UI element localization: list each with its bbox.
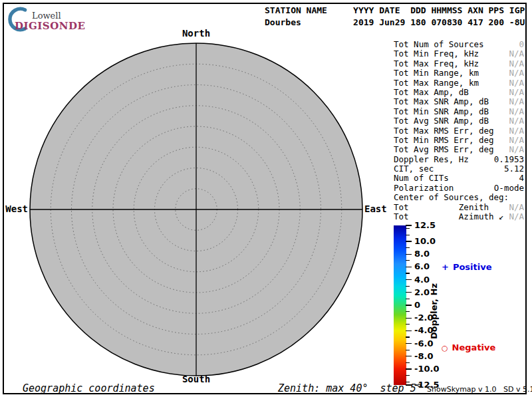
colorbar-tick — [406, 254, 412, 255]
legend-negative-label: Negative — [452, 342, 496, 352]
info-row: Tot Avg RMS Err, degN/A — [394, 144, 524, 154]
info-row: Doppler Res, Hz0.1953 — [394, 154, 524, 164]
info-row-value: N/A — [509, 202, 524, 211]
colorbar-tick — [406, 331, 412, 331]
info-row: Tot Max SNR Amp, dBN/A — [394, 96, 524, 106]
info-row-label: Tot Zenith — [394, 202, 489, 211]
compass-label-west: West — [0, 203, 28, 214]
colorbar-tick — [406, 247, 410, 248]
info-row-label: Num of CITs — [394, 173, 449, 182]
info-row: Tot Min Range, kmN/A — [394, 68, 524, 77]
info-row-value: N/A — [509, 126, 524, 135]
colorbar-tick — [406, 350, 410, 350]
info-row-value: N/A — [509, 49, 524, 58]
measurement-info-panel: Tot Num of Sources0Tot Min Freq, kHzN/AT… — [394, 39, 524, 221]
colorbar-tick-label: 0 — [414, 300, 420, 311]
colorbar-tick — [406, 286, 410, 287]
colorbar-tick — [406, 343, 412, 344]
colorbar-tick — [406, 225, 412, 225]
colorbar-tick-label: -10.0 — [414, 364, 439, 374]
info-row-label: Tot Min SNR Amp, dB — [394, 106, 489, 116]
compass-label-north: North — [163, 28, 229, 39]
info-row-label: Tot Azimuth ↙ — [394, 211, 504, 221]
colorbar-tick — [406, 241, 412, 241]
skymap-window: Lowell DIGISONDE STATION NAME YYYY DATE … — [0, 0, 532, 399]
colorbar-tick-label: 2.0 — [414, 287, 430, 298]
info-row-label: Center of Sources, deg: — [394, 192, 509, 201]
info-row-value: O-mode — [494, 183, 524, 192]
circle-marker-icon: ○ — [442, 344, 448, 352]
info-row: Tot Max Amp, dBN/A — [394, 87, 524, 96]
info-row-label: Tot Min Range, km — [394, 68, 479, 77]
info-row-value: N/A — [509, 68, 524, 77]
info-row: Tot Min SNR Amp, dBN/A — [394, 106, 524, 116]
colorbar-tick — [406, 299, 410, 299]
colorbar-tick — [406, 362, 410, 363]
coordinate-system-caption: Geographic coordinates — [23, 382, 155, 394]
colorbar-tick-label: 10.0 — [414, 236, 436, 247]
colorbar-tick — [406, 228, 410, 229]
plus-marker-icon: + — [442, 262, 449, 272]
info-row: Tot Num of Sources0 — [394, 39, 524, 49]
info-row-label: Tot Num of Sources — [394, 39, 483, 49]
info-row-value: N/A — [509, 78, 524, 87]
info-row: Tot Min Freq, kHzN/A — [394, 49, 524, 58]
info-row-label: Tot Max Freq, kHz — [394, 59, 479, 68]
info-row-label: Tot Min RMS Err, deg — [394, 135, 494, 144]
zenith-range-caption: Zenith: max 40° step 5° — [278, 382, 422, 394]
colorbar-tick — [406, 235, 410, 235]
info-row: Tot Max Range, kmN/A — [394, 78, 524, 87]
legend-positive: +Positive — [442, 262, 492, 272]
colorbar-tick — [406, 273, 410, 273]
software-version-caption: ShowSkymap v 1.0 SD v 5.1 — [427, 385, 532, 394]
info-row: Tot Azimuth ↙N/A — [394, 211, 524, 221]
colorbar-tick — [406, 368, 412, 369]
info-row-value: 0 — [519, 39, 524, 49]
colorbar-tick — [406, 267, 412, 267]
colorbar-tick — [406, 336, 410, 337]
info-row: Tot Avg SNR Amp, dBN/A — [394, 116, 524, 125]
info-row-value: N/A — [509, 211, 524, 221]
info-row-value: N/A — [509, 59, 524, 68]
colorbar-tick-label: -6.0 — [414, 338, 433, 349]
info-row: Tot Min RMS Err, degN/A — [394, 135, 524, 144]
info-row-value: 0.1953 — [494, 154, 524, 164]
colorbar-tick — [406, 279, 412, 280]
legend-negative: ○Negative — [442, 342, 495, 352]
colorbar-tick — [406, 292, 412, 293]
legend-positive-label: Positive — [453, 262, 492, 272]
info-row-label: Tot Max Range, km — [394, 78, 479, 87]
colorbar-tick — [406, 305, 412, 305]
colorbar-tick — [406, 375, 410, 376]
info-row-label: Tot Max Amp, dB — [394, 87, 469, 96]
info-row-value: N/A — [509, 135, 524, 144]
info-row-label: Doppler Res, Hz — [394, 154, 469, 164]
colorbar-tick-label: 8.0 — [414, 249, 430, 259]
colorbar-tick — [406, 260, 410, 261]
info-row-value: N/A — [509, 87, 524, 96]
info-row: Center of Sources, deg: — [394, 192, 524, 201]
colorbar-tick — [406, 318, 412, 319]
colorbar-tick-label: 6.0 — [414, 261, 430, 272]
info-row-label: Tot Avg SNR Amp, dB — [394, 116, 489, 125]
info-row-label: Tot Max RMS Err, deg — [394, 126, 494, 135]
info-row: CIT, sec5.12 — [394, 164, 524, 173]
info-row-value: N/A — [509, 96, 524, 106]
compass-label-south: South — [163, 374, 229, 384]
info-row-label: Polarization — [394, 183, 454, 192]
colorbar-tick — [406, 356, 412, 356]
doppler-colorbar — [394, 225, 406, 385]
info-row-value: 4 — [519, 173, 524, 182]
colorbar-tick — [406, 311, 410, 312]
info-row-label: Tot Min Freq, kHz — [394, 49, 479, 58]
info-row-value: N/A — [509, 116, 524, 125]
colorbar-tick-label: -8.0 — [414, 351, 433, 362]
colorbar-axis-label: Doppler, Hz — [429, 283, 439, 339]
compass-label-east: East — [364, 203, 387, 214]
info-row: PolarizationO-mode — [394, 183, 524, 192]
info-row-label: CIT, sec — [394, 164, 434, 173]
info-row-value: 5.12 — [504, 164, 524, 173]
colorbar-tick-label: 12.5 — [414, 220, 436, 231]
info-row-value: N/A — [509, 106, 524, 116]
info-row-label: Tot Max SNR Amp, dB — [394, 96, 489, 106]
